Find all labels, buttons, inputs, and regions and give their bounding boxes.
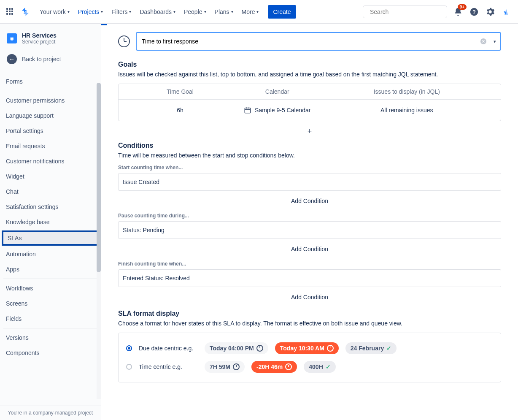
sidebar-item-portal-settings[interactable]: Portal settings (0, 123, 101, 138)
format-radio[interactable] (126, 364, 132, 370)
format-option-row: Due date centric e.g.Today 04:00 PM Toda… (126, 339, 493, 358)
jira-logo-icon[interactable] (20, 7, 30, 17)
main-content: ▾ Goals Issues will be checked against t… (101, 24, 518, 420)
sidebar-item-chat[interactable]: Chat (0, 184, 101, 199)
add-goal-button[interactable]: + (118, 121, 501, 142)
add-start-condition[interactable]: Add Condition (118, 192, 501, 209)
chevron-down-icon: ▾ (231, 9, 233, 14)
sidebar-item-satisfaction-settings[interactable]: Satisfaction settings (0, 199, 101, 214)
svg-rect-5 (245, 108, 251, 113)
help-icon[interactable]: ? (467, 5, 481, 19)
format-example-breached: -20H 46m (251, 361, 297, 373)
goal-calendar: Sample 9-5 Calendar (255, 107, 310, 114)
project-avatar-icon: ◉ (7, 33, 17, 43)
sidebar-item-forms[interactable]: Forms (0, 74, 101, 89)
sidebar-item-workflows[interactable]: Workflows (0, 281, 101, 296)
sidebar-item-customer-permissions[interactable]: Customer permissions (0, 93, 101, 108)
nav-your-work[interactable]: Your work ▾ (35, 5, 74, 19)
goals-table: Time Goal Calendar Issues to display (in… (118, 84, 501, 121)
pause-label: Pause counting time during... (118, 213, 501, 219)
divider (3, 279, 97, 279)
back-to-project-link[interactable]: ← Back to project (0, 48, 101, 70)
goals-row[interactable]: 6h Sample 9-5 Calendar All remaining iss… (119, 99, 501, 121)
conditions-description: Time will be measured between the start … (118, 152, 501, 159)
notification-badge: 9+ (458, 4, 467, 10)
sidebar-item-slas[interactable]: SLAs (2, 230, 99, 246)
project-header[interactable]: ◉ HR Services Service project (0, 24, 101, 48)
col-time-goal: Time Goal (140, 88, 221, 95)
start-condition-box[interactable]: Issue Created (118, 173, 501, 191)
chevron-down-icon: ▾ (67, 9, 70, 14)
calendar-icon (244, 106, 251, 114)
sidebar-item-fields[interactable]: Fields (0, 311, 101, 326)
format-box: Due date centric e.g.Today 04:00 PM Toda… (118, 333, 501, 382)
scrollbar-track[interactable] (97, 83, 101, 399)
sidebar-item-email-requests[interactable]: Email requests (0, 138, 101, 154)
clock-icon (256, 345, 263, 352)
goals-description: Issues will be checked against this list… (118, 71, 501, 78)
finish-condition-box[interactable]: Entered Status: Resolved (118, 269, 501, 287)
sidebar-item-knowledge-base[interactable]: Knowledge base (0, 214, 101, 230)
chevron-down-icon: ▾ (129, 9, 131, 14)
pause-condition-box[interactable]: Status: Pending (118, 221, 501, 239)
format-heading: SLA format display (118, 310, 501, 317)
sidebar-item-automation[interactable]: Automation (0, 247, 101, 262)
nav-more[interactable]: More ▾ (237, 5, 263, 19)
settings-icon[interactable] (483, 5, 497, 19)
app-switcher-icon[interactable] (5, 7, 15, 17)
sidebar-item-widget[interactable]: Widget (0, 169, 101, 184)
format-option-row: Time centric e.g.7H 59M -20H 46m 400H ✓ (126, 358, 493, 376)
search-input[interactable] (370, 8, 444, 15)
add-finish-condition[interactable]: Add Condition (118, 289, 501, 306)
format-label: Time centric e.g. (139, 363, 198, 370)
nav-dashboards[interactable]: Dashboards ▾ (135, 5, 180, 19)
nav-people[interactable]: People ▾ (180, 5, 210, 19)
goals-heading: Goals (118, 61, 501, 68)
scrollbar-thumb[interactable] (97, 83, 101, 272)
project-subtitle: Service project (22, 39, 57, 45)
goal-jql: All remaining issues (334, 107, 480, 114)
col-jql: Issues to display (in JQL) (334, 88, 480, 95)
sidebar-item-components[interactable]: Components (0, 345, 101, 360)
chevron-down-icon: ▾ (173, 9, 175, 14)
nav-projects[interactable]: Projects ▾ (74, 5, 108, 19)
format-radio[interactable] (126, 345, 132, 351)
sidebar-footer: You're in a company-managed project (0, 405, 101, 420)
sidebar-item-versions[interactable]: Versions (0, 330, 101, 345)
clock-icon (233, 363, 240, 370)
project-title: HR Services (22, 32, 57, 39)
start-label: Start counting time when... (118, 165, 501, 171)
nav-filters[interactable]: Filters ▾ (107, 5, 135, 19)
chevron-down-icon: ▾ (101, 9, 103, 14)
sla-name-input[interactable] (136, 32, 501, 51)
divider (3, 328, 97, 328)
check-icon: ✓ (326, 363, 331, 370)
nav-plans[interactable]: Plans ▾ (210, 5, 237, 19)
top-nav: Your work ▾Projects ▾Filters ▾Dashboards… (0, 0, 518, 24)
clear-icon[interactable] (480, 38, 487, 45)
sidebar-item-screens[interactable]: Screens (0, 296, 101, 311)
atlassian-icon[interactable] (499, 5, 513, 19)
format-example-met: 24 February ✓ (345, 342, 397, 354)
format-label: Due date centric e.g. (139, 345, 198, 352)
sidebar-item-customer-notifications[interactable]: Customer notifications (0, 154, 101, 169)
divider (3, 91, 97, 91)
add-pause-condition[interactable]: Add Condition (118, 241, 501, 257)
format-description: Choose a format for hover states of this… (118, 320, 501, 327)
col-calendar: Calendar (221, 88, 334, 95)
goal-time: 6h (140, 107, 221, 114)
format-example-breached: Today 10:30 AM (275, 342, 339, 354)
chevron-down-icon: ▾ (256, 9, 259, 14)
notifications-icon[interactable]: 9+ (451, 5, 465, 19)
chevron-down-icon[interactable]: ▾ (494, 39, 496, 44)
format-example-met: 400H ✓ (304, 361, 335, 373)
sidebar-item-language-support[interactable]: Language support (0, 108, 101, 123)
svg-text:?: ? (472, 8, 476, 15)
sidebar: ◉ HR Services Service project ← Back to … (0, 24, 101, 420)
clock-icon (327, 345, 334, 352)
sidebar-item-apps[interactable]: Apps (0, 262, 101, 277)
search-box[interactable] (363, 5, 447, 18)
check-icon: ✓ (386, 345, 391, 352)
create-button[interactable]: Create (268, 5, 296, 19)
format-example-ontrack: 7H 59M (205, 361, 245, 373)
